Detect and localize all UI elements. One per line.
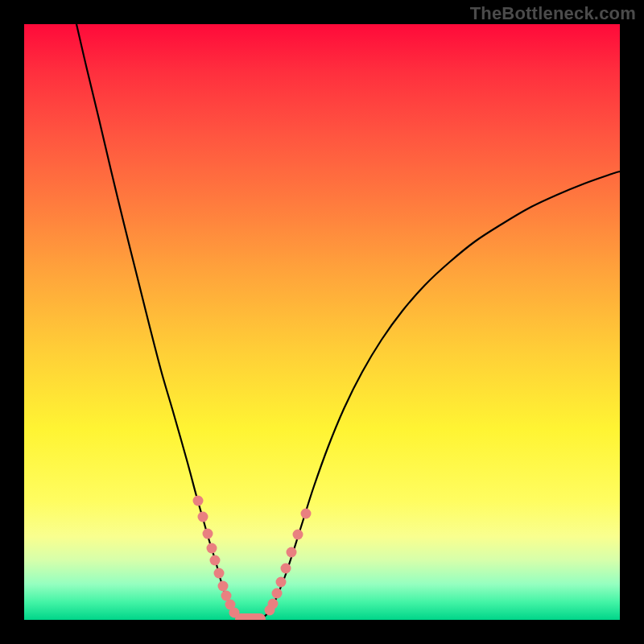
data-dot: [207, 543, 217, 554]
data-dot: [301, 509, 312, 519]
data-dot: [198, 512, 208, 522]
data-dot: [268, 599, 279, 609]
bottleneck-curve: [76, 24, 620, 618]
data-dot: [287, 547, 297, 558]
data-dot: [293, 530, 303, 540]
watermark-text: TheBottleneck.com: [470, 3, 636, 24]
chart-frame: TheBottleneck.com: [0, 0, 644, 644]
data-dot: [193, 496, 204, 506]
data-dot: [214, 568, 225, 579]
chart-svg: [24, 24, 620, 620]
data-dot: [272, 588, 283, 599]
data-dot: [276, 577, 287, 588]
data-dot: [210, 555, 221, 566]
trough-marker: [235, 613, 266, 620]
plot-region: [24, 24, 620, 620]
data-dot: [203, 529, 213, 539]
data-dot: [218, 581, 229, 592]
data-dot: [281, 564, 291, 574]
